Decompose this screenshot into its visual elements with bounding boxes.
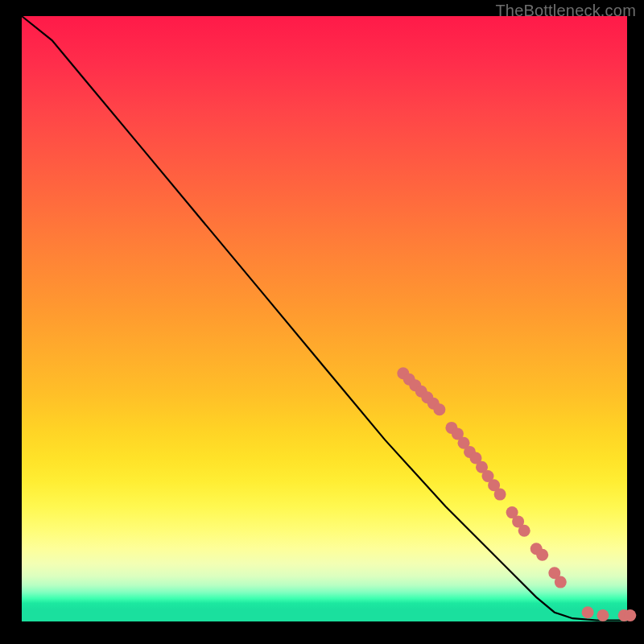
data-marker — [597, 609, 609, 621]
chart-stage: TheBottleneck.com — [0, 0, 644, 644]
data-marker — [536, 549, 548, 561]
bottleneck-curve — [22, 16, 627, 621]
data-marker — [582, 606, 594, 618]
watermark-text: TheBottleneck.com — [495, 2, 636, 20]
data-marker — [518, 525, 530, 537]
marker-group — [397, 367, 636, 621]
data-marker — [624, 609, 636, 621]
data-marker — [555, 576, 567, 588]
data-marker — [433, 403, 445, 415]
data-marker — [494, 489, 506, 501]
chart-overlay-svg — [22, 16, 627, 621]
